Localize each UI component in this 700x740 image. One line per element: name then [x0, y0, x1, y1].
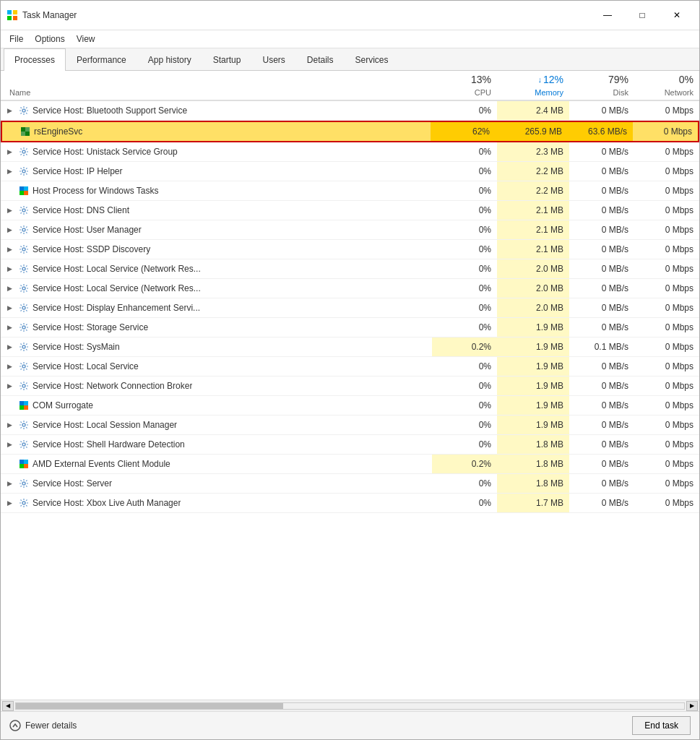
svg-point-4 [22, 109, 25, 112]
gear-icon [18, 497, 30, 509]
minimize-button[interactable]: — [591, 5, 624, 25]
cpu-cell: 0.2% [432, 455, 497, 473]
tab-services[interactable]: Services [345, 48, 399, 71]
expand-button[interactable]: ▶ [4, 322, 15, 333]
expand-button[interactable]: ▶ [4, 478, 15, 489]
mem-sort-arrow: ↓ [537, 75, 542, 84]
expand-button[interactable]: ▶ [4, 497, 15, 509]
mem-col-label[interactable]: Memory [497, 88, 569, 100]
network-cell: 0 Mbps [634, 101, 699, 120]
expand-button[interactable]: ▶ [4, 263, 15, 275]
expand-button[interactable] [5, 126, 17, 137]
process-name-cell: ▶Service Host: Display Enhancement Servi… [1, 298, 432, 317]
app-icon [18, 400, 30, 411]
svg-rect-0 [7, 10, 12, 14]
table-row[interactable]: ▶Service Host: SysMain0.2%1.9 MB0.1 MB/s… [1, 337, 699, 357]
table-row[interactable]: ▶Service Host: Display Enhancement Servi… [1, 298, 699, 318]
table-row[interactable]: ▶Service Host: Local Service (Network Re… [1, 259, 699, 279]
scroll-thumb[interactable] [16, 703, 283, 709]
process-list[interactable]: ▶Service Host: Bluetooth Support Service… [1, 101, 699, 700]
network-cell: 0 Mbps [634, 377, 699, 395]
expand-button[interactable]: ▶ [4, 341, 15, 353]
memory-cell: 2.0 MB [497, 259, 569, 278]
table-row[interactable]: ▶Service Host: Server0%1.8 MB0 MB/s0 Mbp… [1, 474, 699, 494]
expand-button[interactable] [4, 458, 15, 470]
cpu-cell: 0% [432, 201, 497, 220]
menu-view[interactable]: View [71, 32, 101, 46]
expand-button[interactable]: ▶ [4, 205, 15, 216]
svg-point-15 [22, 209, 25, 212]
name-col-label[interactable]: Name [1, 88, 432, 100]
table-row[interactable]: ▶Service Host: Local Service0%1.9 MB0 MB… [1, 357, 699, 377]
expand-button[interactable]: ▶ [4, 361, 15, 372]
table-row[interactable]: ▶Service Host: Shell Hardware Detection0… [1, 435, 699, 455]
tab-details[interactable]: Details [296, 48, 345, 71]
process-name-cell: ▶Service Host: Server [1, 474, 432, 493]
scroll-track[interactable] [15, 702, 685, 710]
expand-button[interactable]: ▶ [4, 419, 15, 431]
tab-processes[interactable]: Processes [4, 48, 66, 71]
process-name-label: COM Surrogate [33, 400, 93, 410]
scroll-right-btn[interactable]: ▶ [686, 701, 698, 711]
network-cell: 0 Mbps [634, 416, 699, 434]
table-row[interactable]: COM Surrogate0%1.9 MB0 MB/s0 Mbps [1, 396, 699, 416]
tab-performance[interactable]: Performance [66, 48, 137, 71]
horizontal-scrollbar[interactable]: ◀ ▶ [1, 700, 699, 711]
table-row[interactable]: ▶Service Host: Storage Service0%1.9 MB0 … [1, 318, 699, 337]
tab-users[interactable]: Users [251, 48, 295, 71]
expand-button[interactable]: ▶ [4, 302, 15, 314]
table-row[interactable]: ▶Service Host: Network Connection Broker… [1, 377, 699, 396]
table-row[interactable]: ▶Service Host: User Manager0%2.1 MB0 MB/… [1, 220, 699, 240]
task-manager-window: Task Manager — □ ✕ File Options View Pro… [0, 0, 700, 740]
table-row[interactable]: ▶Service Host: Local Service (Network Re… [1, 279, 699, 298]
disk-col-label[interactable]: Disk [569, 88, 634, 100]
expand-button[interactable]: ▶ [4, 224, 15, 236]
network-col-label[interactable]: Network [634, 88, 699, 100]
cpu-pct-header[interactable]: 13% [432, 71, 497, 88]
network-cell: 0 Mbps [634, 318, 699, 337]
table-row[interactable]: ▶Service Host: Xbox Live Auth Manager0%1… [1, 494, 699, 513]
menu-options[interactable]: Options [29, 32, 70, 46]
network-cell: 0 Mbps [634, 201, 699, 220]
table-row[interactable]: ▶Service Host: IP Helper0%2.2 MB0 MB/s0 … [1, 162, 699, 181]
svg-rect-8 [25, 132, 30, 136]
table-row[interactable]: ▶Service Host: DNS Client0%2.1 MB0 MB/s0… [1, 201, 699, 220]
expand-button[interactable]: ▶ [4, 165, 15, 177]
fewer-details-button[interactable]: Fewer details [9, 720, 77, 731]
table-row[interactable]: ▶Service Host: Local Session Manager0%1.… [1, 416, 699, 435]
table-row[interactable]: Host Process for Windows Tasks0%2.2 MB0 … [1, 181, 699, 201]
mem-pct-header[interactable]: ↓ 12% [497, 71, 569, 88]
scroll-left-btn[interactable]: ◀ [2, 701, 14, 711]
expand-button[interactable]: ▶ [4, 105, 15, 116]
expand-button[interactable] [4, 185, 15, 197]
network-cell: 0 Mbps [634, 162, 699, 181]
end-task-button[interactable]: End task [632, 716, 691, 735]
network-pct-header[interactable]: 0% [634, 71, 699, 88]
table-row[interactable]: ▶Service Host: Unistack Service Group0%2… [1, 142, 699, 162]
gear-icon [18, 105, 30, 116]
expand-button[interactable] [4, 400, 15, 411]
table-row[interactable]: AMD External Events Client Module0.2%1.8… [1, 455, 699, 474]
title-bar-left: Task Manager [7, 9, 77, 21]
maximize-button[interactable]: □ [626, 5, 659, 25]
process-name-cell: ▶Service Host: Local Session Manager [1, 416, 432, 434]
tab-app-history[interactable]: App history [137, 48, 202, 71]
cpu-col-label[interactable]: CPU [432, 88, 497, 100]
disk-cell: 0 MB/s [569, 259, 634, 278]
table-row[interactable]: rsEngineSvc62%265.9 MB63.6 MB/s0 Mbps [1, 121, 699, 142]
expand-button[interactable]: ▶ [4, 244, 15, 255]
menu-file[interactable]: File [4, 32, 29, 46]
cpu-cell: 0% [432, 494, 497, 512]
tab-startup[interactable]: Startup [202, 48, 252, 71]
title-bar: Task Manager — □ ✕ [1, 1, 699, 30]
expand-button[interactable]: ▶ [4, 439, 15, 450]
table-row[interactable]: ▶Service Host: SSDP Discovery0%2.1 MB0 M… [1, 240, 699, 259]
close-button[interactable]: ✕ [660, 5, 693, 25]
cpu-cell: 0% [432, 101, 497, 120]
expand-button[interactable]: ▶ [4, 146, 15, 158]
expand-button[interactable]: ▶ [4, 380, 15, 392]
process-name-label: Service Host: Bluetooth Support Service [33, 106, 187, 116]
disk-pct-header[interactable]: 79% [569, 71, 634, 88]
table-row[interactable]: ▶Service Host: Bluetooth Support Service… [1, 101, 699, 121]
expand-button[interactable]: ▶ [4, 283, 15, 294]
